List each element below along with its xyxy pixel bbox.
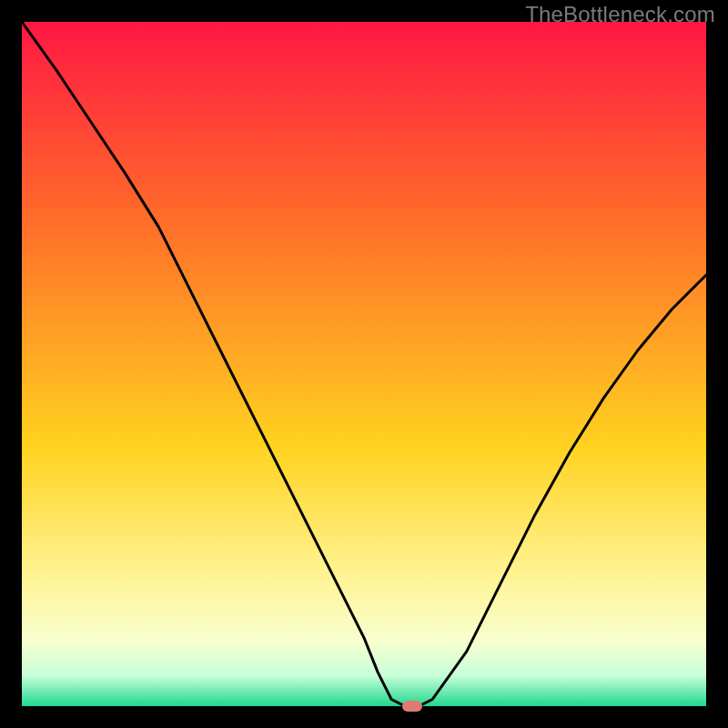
bottleneck-chart [22, 22, 706, 706]
app-frame: TheBottleneck.com [0, 0, 728, 728]
chart-background [22, 22, 706, 706]
watermark-text: TheBottleneck.com [525, 2, 715, 27]
optimal-point-marker [402, 701, 422, 712]
plot-area [22, 22, 706, 706]
